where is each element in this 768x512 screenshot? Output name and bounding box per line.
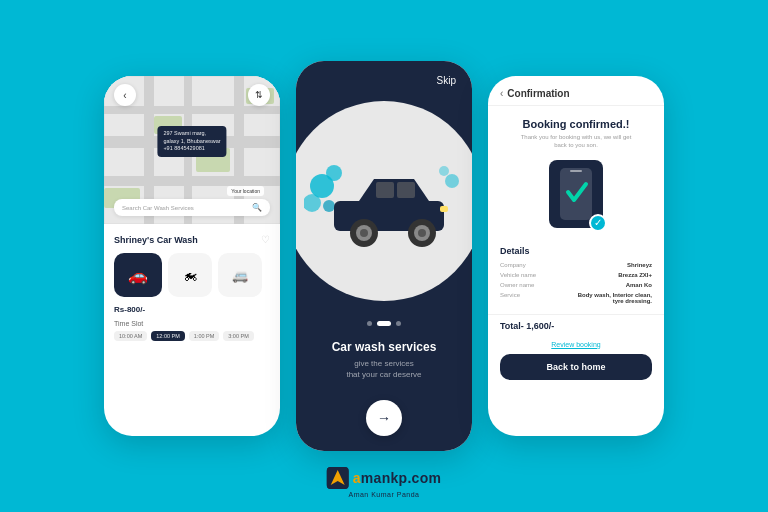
phone-check-illustration: ✓ (549, 160, 603, 228)
svg-point-23 (360, 229, 368, 237)
watermark-tagline: Aman Kumar Panda (348, 491, 419, 498)
confirmation-header: ‹ Confirmation (488, 76, 664, 106)
dot-3[interactable] (396, 321, 401, 326)
booking-confirmed-title: Booking confirmed.! (523, 118, 630, 130)
address-line2: galaxy 1, Bhubaneswar (163, 138, 220, 146)
back-button[interactable]: ‹ (114, 84, 136, 106)
truck-service-card[interactable]: 🚐 (218, 253, 262, 297)
left-phone: ‹ ⇅ 297 Swami marg, galaxy 1, Bhubaneswa… (104, 76, 280, 436)
onboard-subtitle: give the services that your car deserve (346, 358, 421, 380)
shop-name: Shriney's Car Wash (114, 235, 198, 245)
skip-button[interactable]: Skip (437, 75, 456, 86)
details-section: Details Company Shrineyz Vehicle name Br… (488, 246, 664, 314)
watermark: amankp.com Aman Kumar Panda (327, 467, 442, 498)
car-wash-visual (304, 151, 464, 251)
owner-key: Owner name (500, 282, 534, 288)
svg-point-15 (326, 165, 342, 181)
search-bar[interactable]: Search Car Wash Services 🔍 (114, 199, 270, 216)
truck-icon: 🚐 (232, 268, 248, 283)
review-booking-link[interactable]: Review booking (488, 341, 664, 348)
confirmation-title: Confirmation (507, 88, 569, 99)
svg-rect-27 (440, 206, 448, 212)
onboard-illustration (296, 101, 472, 301)
dot-2-active[interactable] (377, 321, 391, 326)
map-area: ‹ ⇅ 297 Swami marg, galaxy 1, Bhubaneswa… (104, 76, 280, 224)
time-slot-3[interactable]: 1:00 PM (189, 331, 219, 341)
vehicle-val: Brezza ZXI+ (618, 272, 652, 278)
time-slot-1[interactable]: 10:00 AM (114, 331, 147, 341)
owner-val: Aman Ko (626, 282, 652, 288)
details-title: Details (500, 246, 652, 256)
search-icon: 🔍 (252, 203, 262, 212)
dot-1[interactable] (367, 321, 372, 326)
detail-row-vehicle: Vehicle name Brezza ZXI+ (500, 272, 652, 278)
filter-button[interactable]: ⇅ (248, 84, 270, 106)
next-button[interactable]: → (366, 400, 402, 436)
address-bubble: 297 Swami marg, galaxy 1, Bhubaneswar +9… (157, 126, 226, 157)
top-bar: ‹ ⇅ (114, 84, 270, 106)
confirmed-section: Booking confirmed.! Thank you for bookin… (488, 106, 664, 246)
svg-point-17 (323, 200, 335, 212)
phone-number: +91 8845429081 (163, 145, 220, 153)
time-slot-label: Time Slot (114, 320, 270, 327)
search-placeholder: Search Car Wash Services (122, 205, 194, 211)
middle-phone: Skip (296, 61, 472, 451)
svg-point-29 (439, 166, 449, 176)
detail-row-company: Company Shrineyz (500, 262, 652, 268)
service-cards: 🚗 🏍 🚐 (114, 253, 270, 297)
bottom-panel: Shriney's Car Wash ♡ 🚗 🏍 🚐 Rs-800/- Time… (104, 224, 280, 351)
back-icon[interactable]: ‹ (500, 88, 503, 99)
car-icon: 🚗 (128, 266, 148, 285)
your-location-label: Your location (227, 186, 264, 196)
svg-point-28 (445, 174, 459, 188)
svg-rect-31 (570, 170, 582, 172)
moto-icon: 🏍 (183, 267, 197, 283)
carousel-dots (367, 321, 401, 326)
check-badge: ✓ (589, 214, 607, 232)
company-key: Company (500, 262, 526, 268)
moto-service-card[interactable]: 🏍 (168, 253, 212, 297)
time-slots: 10:00 AM 12:00 PM 1:00 PM 3:00 PM (114, 331, 270, 341)
company-val: Shrineyz (627, 262, 652, 268)
service-key: Service (500, 292, 520, 304)
time-slot-2[interactable]: 12:00 PM (151, 331, 185, 341)
onboard-title: Car wash services (332, 340, 437, 354)
favorite-icon[interactable]: ♡ (261, 234, 270, 245)
address-line1: 297 Swami marg, (163, 130, 220, 138)
svg-rect-19 (376, 182, 394, 198)
shop-header: Shriney's Car Wash ♡ (114, 234, 270, 245)
svg-point-26 (418, 229, 426, 237)
vehicle-key: Vehicle name (500, 272, 536, 278)
service-val: Body wash, Interior clean, tyre dressing… (572, 292, 652, 304)
watermark-icon (327, 467, 349, 489)
price-label: Rs-800/- (114, 305, 270, 314)
svg-rect-20 (397, 182, 415, 198)
watermark-brand: amankp.com (353, 470, 442, 486)
detail-row-owner: Owner name Aman Ko (500, 282, 652, 288)
total-row: Total- 1,600/- (488, 314, 664, 337)
onboarding-screen: Skip (296, 61, 472, 451)
car-service-card[interactable]: 🚗 (114, 253, 162, 297)
detail-row-service: Service Body wash, Interior clean, tyre … (500, 292, 652, 304)
time-slot-4[interactable]: 3:00 PM (223, 331, 253, 341)
right-phone: ‹ Confirmation Booking confirmed.! Thank… (488, 76, 664, 436)
watermark-logo: amankp.com (327, 467, 442, 489)
back-to-home-button[interactable]: Back to home (500, 354, 652, 380)
confirmed-subtitle: Thank you for booking with us, we will g… (521, 133, 632, 150)
